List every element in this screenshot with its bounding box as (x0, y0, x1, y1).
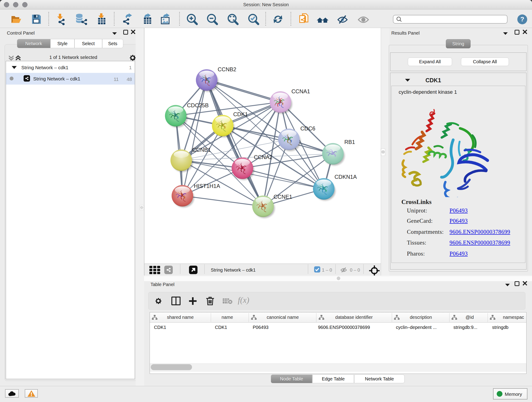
svg-text:CDC25B: CDC25B (187, 102, 209, 108)
svg-text:CCNA1: CCNA1 (291, 88, 310, 95)
svg-text:CDK1: CDK1 (233, 111, 248, 117)
svg-text:RB1: RB1 (344, 139, 355, 145)
svg-text:CCNE1: CCNE1 (273, 194, 292, 200)
svg-text:CCNB1: CCNB1 (192, 147, 211, 153)
svg-text:CDC6: CDC6 (300, 125, 315, 132)
svg-text:CDKN1A: CDKN1A (335, 174, 357, 180)
svg-text:CCNB2: CCNB2 (218, 66, 236, 72)
svg-text:CCNA2: CCNA2 (254, 154, 272, 160)
svg-text:HIST1H1A: HIST1H1A (194, 183, 220, 189)
